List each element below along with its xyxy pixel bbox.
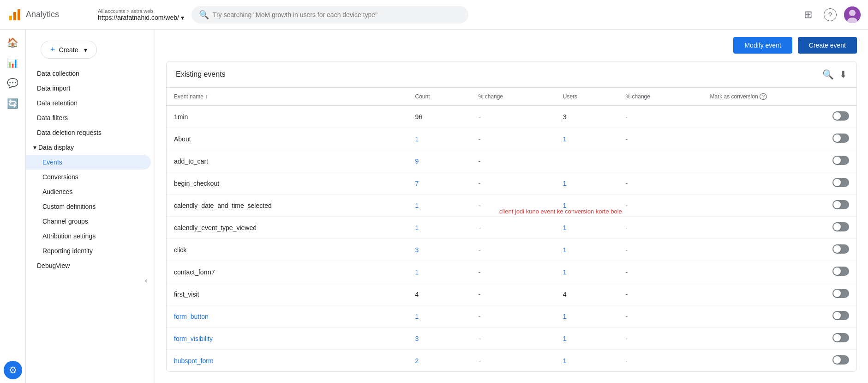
toggle-cell — [703, 217, 856, 239]
conversion-toggle[interactable] — [832, 289, 849, 298]
sidebar-item-data-retention[interactable]: Data retention — [26, 96, 155, 110]
conversion-toggle[interactable] — [832, 134, 849, 143]
users-change-cell: - — [618, 261, 703, 283]
count-cell[interactable]: 9 — [407, 150, 471, 172]
grid-icon[interactable]: ⊞ — [800, 6, 816, 23]
sidebar-item-reporting-identity[interactable]: Reporting identity — [26, 243, 155, 258]
event-name-cell: first_visit — [167, 283, 407, 305]
rail-advertising-icon[interactable]: 🔄 — [4, 94, 22, 113]
svg-point-4 — [849, 10, 856, 16]
users-cell[interactable]: 1 — [556, 328, 618, 350]
conversion-toggle[interactable] — [832, 267, 849, 276]
users-change-cell: - — [618, 239, 703, 261]
search-input[interactable] — [213, 11, 461, 18]
user-avatar[interactable] — [844, 6, 861, 23]
event-name-cell[interactable]: form_button — [167, 305, 407, 328]
table-row: calendly_date_and_time_selected1-1- — [167, 195, 856, 217]
sidebar-item-events[interactable]: Events — [26, 155, 151, 170]
sidebar-item-conversions[interactable]: Conversions — [26, 170, 155, 184]
create-event-button[interactable]: Create event — [798, 37, 857, 54]
collapse-icon: ▾ — [33, 144, 36, 151]
settings-icon[interactable]: ⚙ — [4, 361, 22, 379]
sidebar-item-data-collection[interactable]: Data collection — [26, 66, 155, 81]
users-cell[interactable]: 1 — [556, 172, 618, 195]
event-name-cell: About — [167, 128, 407, 150]
users-cell[interactable]: 1 — [556, 128, 618, 150]
table-row: add_to_cart9- — [167, 150, 856, 172]
create-label: Create — [59, 46, 78, 54]
conversion-toggle[interactable] — [832, 333, 849, 342]
count-cell[interactable]: 1 — [407, 195, 471, 217]
sort-icon: ↑ — [205, 93, 208, 100]
conversion-toggle[interactable] — [832, 111, 849, 121]
account-url[interactable]: https://arafatnahid.com/web/ ▾ — [98, 14, 184, 21]
users-change-cell: - — [618, 328, 703, 350]
count-cell[interactable]: 2 — [407, 350, 471, 372]
conversion-toggle[interactable] — [832, 244, 849, 254]
count-cell[interactable]: 1 — [407, 305, 471, 328]
conversion-toggle[interactable] — [832, 200, 849, 209]
events-table-title: Existing events — [176, 70, 226, 79]
count-cell[interactable]: 1 — [407, 217, 471, 239]
table-row: About1-1- — [167, 128, 856, 150]
users-cell[interactable]: 1 — [556, 217, 618, 239]
table-row: first_visit4-4- — [167, 283, 856, 305]
sidebar-collapse-btn[interactable]: ‹ — [26, 273, 155, 288]
sidebar-item-data-filters[interactable]: Data filters — [26, 110, 155, 125]
sidebar-item-data-deletion[interactable]: Data deletion requests — [26, 125, 155, 140]
count-cell: 96 — [407, 106, 471, 128]
create-dropdown-icon: ▾ — [84, 46, 87, 54]
users-cell[interactable]: 1 — [556, 305, 618, 328]
conversion-toggle[interactable] — [832, 355, 849, 365]
sidebar-item-audiences[interactable]: Audiences — [26, 184, 155, 199]
events-table-header: Existing events 🔍 ⬇ — [167, 61, 856, 88]
rail-explore-icon[interactable]: 💬 — [4, 74, 22, 92]
svg-rect-1 — [13, 12, 16, 20]
sidebar-group-label: Data display — [38, 144, 74, 151]
count-cell[interactable]: 1 — [407, 128, 471, 150]
events-table: Event name ↑ Count % change Users % chan… — [167, 88, 856, 371]
search-events-icon[interactable]: 🔍 — [822, 69, 834, 80]
sidebar-item-data-import[interactable]: Data import — [26, 81, 155, 96]
sidebar-item-debugview[interactable]: DebugView — [26, 258, 155, 273]
rail-reports-icon[interactable]: 📊 — [4, 54, 22, 72]
users-change-cell: - — [618, 305, 703, 328]
conversion-toggle[interactable] — [832, 222, 849, 231]
help-icon[interactable]: ? — [824, 8, 837, 21]
event-name-cell: begin_checkout — [167, 172, 407, 195]
toggle-cell — [703, 239, 856, 261]
account-info: All accounts > astra web https://arafatn… — [98, 8, 184, 21]
count-cell[interactable]: 1 — [407, 261, 471, 283]
toggle-cell — [703, 261, 856, 283]
count-cell[interactable]: 7 — [407, 172, 471, 195]
search-bar[interactable]: 🔍 — [192, 6, 468, 24]
users-change-cell: - — [618, 350, 703, 372]
conversion-toggle[interactable] — [832, 156, 849, 165]
users-cell: 3 — [556, 106, 618, 128]
sidebar-item-custom-definitions[interactable]: Custom definitions — [26, 199, 155, 214]
col-count-change: % change — [471, 88, 556, 106]
toggle-cell — [703, 150, 856, 172]
users-cell[interactable]: 1 — [556, 261, 618, 283]
users-change-cell: - — [618, 172, 703, 195]
sidebar-item-channel-groups[interactable]: Channel groups — [26, 214, 155, 229]
conversion-toggle[interactable] — [832, 178, 849, 187]
event-name-cell[interactable]: form_visibility — [167, 328, 407, 350]
users-cell[interactable]: 1 — [556, 350, 618, 372]
download-icon[interactable]: ⬇ — [839, 69, 847, 80]
plus-icon: + — [50, 45, 55, 55]
count-cell[interactable]: 3 — [407, 239, 471, 261]
users-cell[interactable]: 1 — [556, 239, 618, 261]
rail-home-icon[interactable]: 🏠 — [4, 33, 22, 52]
event-name-cell[interactable]: hubspot_form — [167, 350, 407, 372]
conversion-toggle[interactable] — [832, 311, 849, 320]
left-rail: 🏠 📊 💬 🔄 ⚙ — [0, 30, 26, 383]
create-button[interactable]: + Create ▾ — [41, 41, 97, 59]
users-cell[interactable]: 1 — [556, 195, 618, 217]
modify-event-button[interactable]: Modify event — [733, 37, 792, 54]
users-cell: 4 — [556, 283, 618, 305]
count-change-cell: - — [471, 283, 556, 305]
sidebar-group-data-display[interactable]: ▾ Data display — [26, 140, 155, 155]
sidebar-item-attribution-settings[interactable]: Attribution settings — [26, 229, 155, 243]
count-cell[interactable]: 3 — [407, 328, 471, 350]
